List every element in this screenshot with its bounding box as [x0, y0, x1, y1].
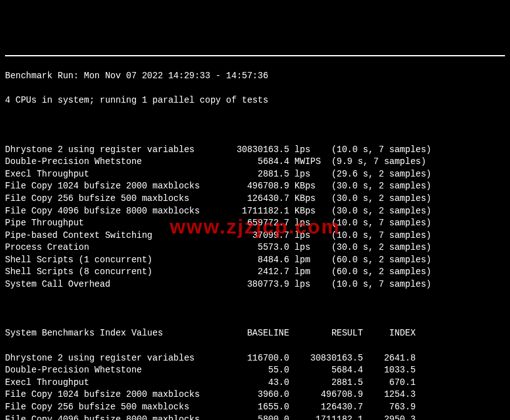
blank-line: [5, 303, 505, 315]
index-row: File Copy 256 bufsize 500 maxblocks 1655…: [5, 401, 505, 414]
index-row: File Copy 1024 bufsize 2000 maxblocks 39…: [5, 389, 505, 401]
result-row: File Copy 256 bufsize 500 maxblocks 1264…: [5, 193, 505, 205]
cpu-info-line: 4 CPUs in system; running 1 parallel cop…: [5, 95, 505, 107]
result-row: Shell Scripts (1 concurrent) 8484.6 lpm …: [5, 254, 505, 267]
result-row: Double-Precision Whetstone 5684.4 MWIPS …: [5, 156, 505, 168]
index-row: Execl Throughput 43.0 2881.5 670.1: [5, 377, 505, 389]
results-block: Dhrystone 2 using register variables 308…: [5, 144, 505, 291]
index-block: Dhrystone 2 using register variables 116…: [5, 352, 505, 420]
result-row: File Copy 4096 bufsize 8000 maxblocks 17…: [5, 205, 505, 218]
result-row: Pipe Throughput 659772.7 lps (10.0 s, 7 …: [5, 217, 505, 230]
result-row: System Call Overhead 380773.9 lps (10.0 …: [5, 279, 505, 291]
result-row: Dhrystone 2 using register variables 308…: [5, 144, 505, 156]
result-row: Pipe-based Context Switching 37099.7 lps…: [5, 230, 505, 242]
index-row: Dhrystone 2 using register variables 116…: [5, 352, 505, 365]
blank-line: [5, 119, 505, 131]
index-header-row: System Benchmarks Index Values BASELINE …: [5, 327, 505, 340]
result-row: Process Creation 5573.0 lps (30.0 s, 2 s…: [5, 242, 505, 254]
top-rule: [5, 55, 505, 56]
index-row: Double-Precision Whetstone 55.0 5684.4 1…: [5, 364, 505, 377]
result-row: Execl Throughput 2881.5 lps (29.6 s, 2 s…: [5, 168, 505, 181]
result-row: Shell Scripts (8 concurrent) 2412.7 lpm …: [5, 266, 505, 279]
result-row: File Copy 1024 bufsize 2000 maxblocks 49…: [5, 180, 505, 193]
index-row: File Copy 4096 bufsize 8000 maxblocks 58…: [5, 414, 505, 420]
benchmark-run-line: Benchmark Run: Mon Nov 07 2022 14:29:33 …: [5, 70, 505, 83]
